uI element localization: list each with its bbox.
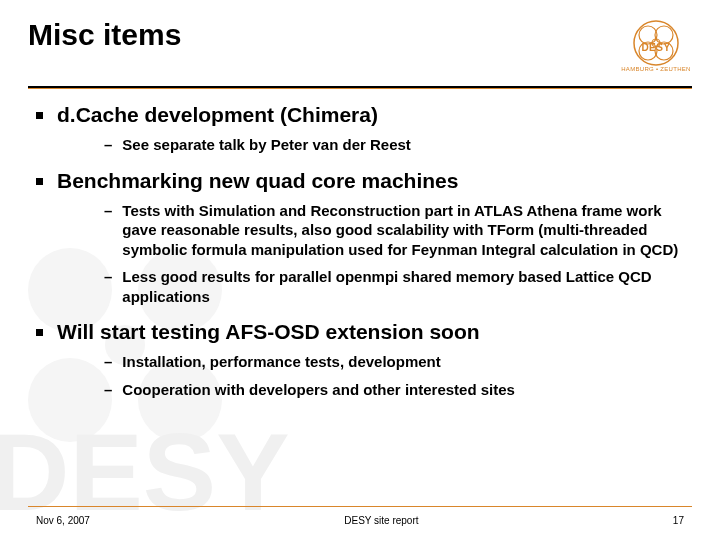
bullet-l1: d.Cache development (Chimera) xyxy=(36,103,688,127)
content-area: d.Cache development (Chimera) – See sepa… xyxy=(28,103,692,399)
logo-subtitle: HAMBURG • ZEUTHEN xyxy=(620,66,692,72)
bullet-l2: – Installation, performance tests, devel… xyxy=(104,352,688,372)
square-bullet-icon xyxy=(36,178,43,185)
dash-bullet-icon: – xyxy=(104,267,112,287)
bullet-text: Installation, performance tests, develop… xyxy=(122,352,440,372)
bullet-text: Benchmarking new quad core machines xyxy=(57,169,458,193)
footer-rule xyxy=(28,506,692,507)
footer-center: DESY site report xyxy=(344,515,418,526)
slide-title: Misc items xyxy=(28,18,181,52)
footer-date: Nov 6, 2007 xyxy=(36,515,90,526)
logo-label: DESY xyxy=(641,42,670,53)
bullet-text: Will start testing AFS-OSD extension soo… xyxy=(57,320,480,344)
bullet-text: Less good results for parallel openmpi s… xyxy=(122,267,688,306)
bullet-text: Tests with Simulation and Reconstruction… xyxy=(122,201,688,260)
bullet-l2: – Less good results for parallel openmpi… xyxy=(104,267,688,306)
bullet-l2: – Cooperation with developers and other … xyxy=(104,380,688,400)
dash-bullet-icon: – xyxy=(104,352,112,372)
title-thin-rule xyxy=(28,88,692,89)
desy-logo: DESY HAMBURG • ZEUTHEN xyxy=(620,18,692,82)
footer: Nov 6, 2007 DESY site report 17 xyxy=(0,506,720,526)
footer-page: 17 xyxy=(673,515,684,526)
square-bullet-icon xyxy=(36,329,43,336)
bullet-l1: Will start testing AFS-OSD extension soo… xyxy=(36,320,688,344)
bullet-l1: Benchmarking new quad core machines xyxy=(36,169,688,193)
bullet-text: Cooperation with developers and other in… xyxy=(122,380,515,400)
bullet-l2: – Tests with Simulation and Reconstructi… xyxy=(104,201,688,260)
bullet-l2: – See separate talk by Peter van der Ree… xyxy=(104,135,688,155)
dash-bullet-icon: – xyxy=(104,201,112,221)
square-bullet-icon xyxy=(36,112,43,119)
dash-bullet-icon: – xyxy=(104,380,112,400)
bullet-text: d.Cache development (Chimera) xyxy=(57,103,378,127)
dash-bullet-icon: – xyxy=(104,135,112,155)
bullet-text: See separate talk by Peter van der Reest xyxy=(122,135,411,155)
